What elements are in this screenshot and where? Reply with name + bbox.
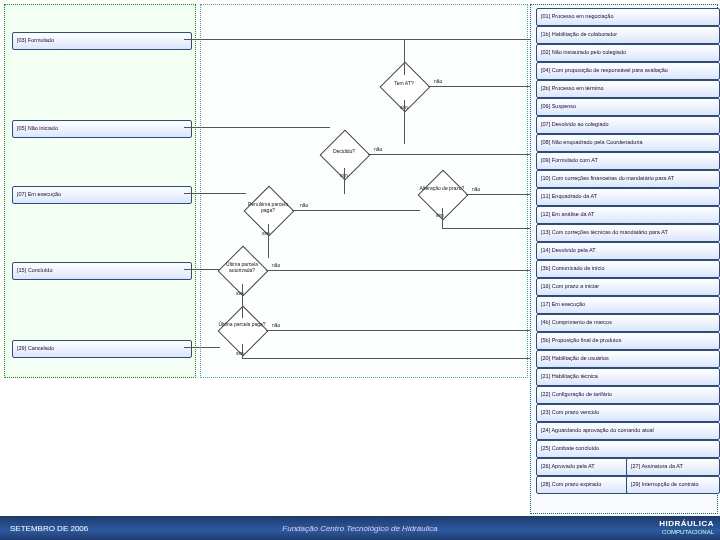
connector — [268, 224, 269, 258]
brand-title: HIDRÁULICA — [659, 519, 714, 528]
decision-label: Última parcela autorizada? — [218, 261, 266, 273]
edge-nao: não — [472, 186, 480, 192]
state-1b: [1b] Habilitação de colaborador — [536, 26, 720, 44]
state-27: [27] Assinatura da AT — [626, 458, 720, 476]
state-07: [07] Em execução — [12, 186, 192, 204]
connector — [266, 330, 530, 331]
edge-nao: não — [272, 262, 280, 268]
decision-label: Decidido? — [320, 148, 368, 154]
connector — [242, 344, 243, 358]
state-06: [06] Suspenso — [536, 98, 720, 116]
footer-date: SETEMBRO DE 2006 — [10, 524, 88, 533]
edge-nao: não — [374, 146, 382, 152]
state-4b: [4b] Cumprimento de marcos — [536, 314, 720, 332]
decision-tem-at: Tem AT? — [380, 72, 428, 100]
decision-alteracao-prazo: Alteração de prazo? — [418, 180, 466, 208]
state-08: [08] Não enquadrado pela Coordenadoria — [536, 134, 720, 152]
flow-diagram: [03] Formulado [05] Não iniciado [07] Em… — [0, 0, 720, 540]
state-25: [25] Combate concluído — [536, 440, 720, 458]
state-12: [12] Em análise da AT — [536, 206, 720, 224]
decision-ultima-parcela-aut: Última parcela autorizada? — [218, 256, 266, 284]
state-15: [15] Concluído — [12, 262, 192, 280]
state-5b: [5b] Proposição final de produtos — [536, 332, 720, 350]
state-05: [05] Não iniciado — [12, 120, 192, 138]
decision-label: Tem AT? — [380, 80, 428, 86]
state-22: [22] Configuração de tarifário — [536, 386, 720, 404]
connector — [404, 39, 405, 75]
decision-label: Penúltima parcela paga? — [244, 201, 292, 213]
connector — [184, 193, 246, 194]
footer-bar: SETEMBRO DE 2006 Fundação Centro Tecnoló… — [0, 516, 720, 540]
decision-label: Alteração de prazo? — [418, 185, 466, 191]
edge-nao: não — [434, 78, 442, 84]
state-11: [11] Enquadrado da AT — [536, 188, 720, 206]
decision-penultima-parcela: Penúltima parcela paga? — [244, 196, 292, 224]
connector — [242, 358, 530, 359]
state-14: [14] Devolvido pela AT — [536, 242, 720, 260]
connector — [368, 154, 530, 155]
state-09: [09] Formulado com AT — [536, 152, 720, 170]
connector — [442, 208, 443, 228]
decision-decidido: Decidido? — [320, 140, 368, 168]
state-2b: [2b] Processo em término — [536, 80, 720, 98]
footer-brand: HIDRÁULICA COMPUTACIONAL — [659, 520, 714, 536]
connector — [242, 284, 243, 318]
state-26: [26] Aprovado pela AT — [536, 458, 630, 476]
connector — [184, 127, 330, 128]
state-16: [16] Com prazo a iniciar — [536, 278, 720, 296]
connector — [184, 39, 530, 40]
edge-nao: não — [300, 202, 308, 208]
state-17: [17] Em execução — [536, 296, 720, 314]
connector — [428, 86, 530, 87]
state-23: [23] Com prazo vencido — [536, 404, 720, 422]
footer-org: Fundação Centro Tecnológico de Hidráulic… — [282, 524, 437, 533]
connector — [266, 270, 530, 271]
decision-label: Última parcela paga? — [218, 321, 266, 327]
state-01: [01] Processo em negociação — [536, 8, 720, 26]
connector — [184, 269, 220, 270]
decision-ultima-parcela-paga: Última parcela paga? — [218, 316, 266, 344]
state-02: [02] Não instaurado pelo colegiado — [536, 44, 720, 62]
state-10: [10] Com correções financeiras do mandat… — [536, 170, 720, 188]
state-24: [24] Aguardando aprovação do comando atu… — [536, 422, 720, 440]
state-07b: [07] Devolvido ao colegiado — [536, 116, 720, 134]
connector — [442, 228, 530, 229]
brand-sub: COMPUTACIONAL — [662, 529, 714, 535]
state-21: [21] Habilitação técnica — [536, 368, 720, 386]
connector — [344, 168, 345, 194]
state-03: [03] Formulado — [12, 32, 192, 50]
connector — [184, 347, 220, 348]
state-29b: [29] Interrupção de contrato — [626, 476, 720, 494]
state-04: [04] Com proposição de responsável para … — [536, 62, 720, 80]
edge-nao: não — [272, 322, 280, 328]
connector — [466, 194, 530, 195]
state-3b: [3b] Comunicado de início — [536, 260, 720, 278]
connector — [404, 100, 405, 144]
state-13: [13] Com correções técnicas do mandatári… — [536, 224, 720, 242]
state-28: [28] Com prazo expirado — [536, 476, 630, 494]
state-29: [29] Cancelado — [12, 340, 192, 358]
connector — [292, 210, 420, 211]
state-20: [20] Habilitação de usuários — [536, 350, 720, 368]
